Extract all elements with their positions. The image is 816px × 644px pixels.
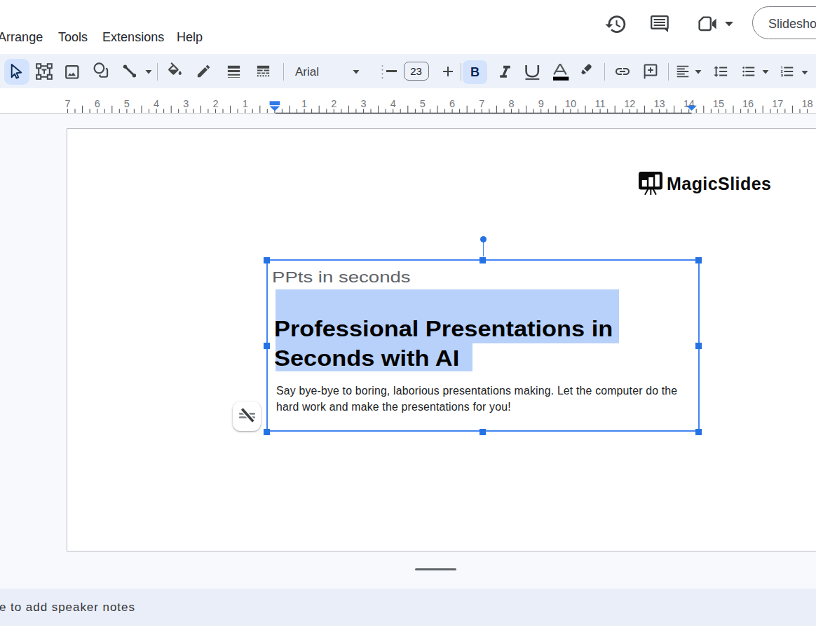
svg-text:9: 9 — [538, 98, 544, 109]
svg-text:1: 1 — [301, 98, 307, 109]
svg-text:4: 4 — [154, 98, 159, 109]
svg-text:10: 10 — [565, 98, 576, 109]
svg-text:5: 5 — [124, 98, 130, 109]
svg-text:11: 11 — [595, 98, 606, 109]
svg-text:13: 13 — [653, 98, 665, 109]
svg-text:2: 2 — [331, 98, 336, 109]
svg-text:17: 17 — [772, 98, 783, 109]
svg-text:6: 6 — [95, 98, 100, 109]
svg-text:5: 5 — [420, 98, 426, 109]
svg-text:15: 15 — [713, 98, 724, 109]
svg-text:8: 8 — [508, 98, 514, 109]
svg-text:2: 2 — [212, 98, 218, 109]
svg-text:16: 16 — [742, 98, 754, 109]
svg-text:1: 1 — [243, 98, 248, 109]
svg-text:4: 4 — [390, 98, 396, 109]
svg-text:3: 3 — [360, 98, 366, 109]
svg-text:12: 12 — [624, 98, 635, 109]
svg-text:7: 7 — [479, 98, 484, 109]
svg-text:7: 7 — [64, 98, 70, 109]
svg-text:6: 6 — [449, 98, 455, 109]
svg-text:18: 18 — [801, 98, 812, 109]
svg-text:3: 3 — [183, 98, 189, 109]
